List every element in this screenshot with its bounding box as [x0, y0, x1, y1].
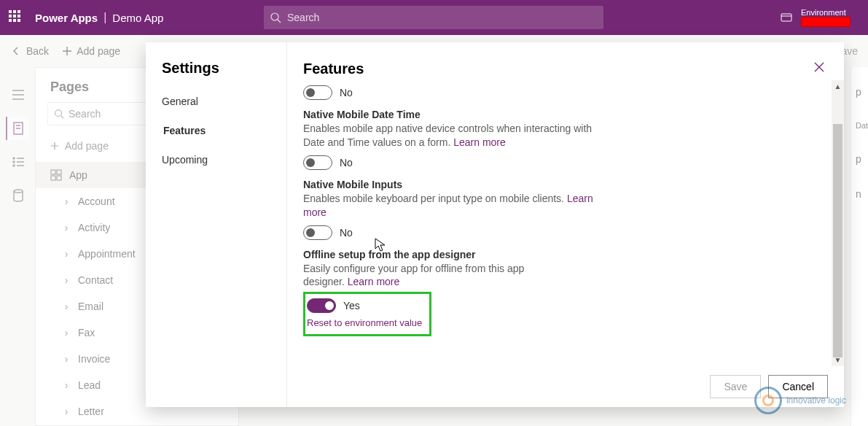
- svg-point-4: [13, 158, 15, 159]
- add-page-label: Add page: [77, 45, 120, 57]
- toggle-partial[interactable]: [303, 85, 332, 100]
- toggle-label: No: [340, 157, 353, 169]
- chevron-right-icon: ›: [62, 301, 71, 312]
- svg-rect-13: [57, 176, 61, 180]
- close-button[interactable]: [810, 58, 828, 80]
- settings-sidebar: Settings General Features Upcoming: [146, 42, 287, 407]
- plus-icon: [50, 142, 59, 150]
- highlight-annotation: Yes Reset to environment value: [303, 292, 431, 336]
- svg-point-5: [13, 161, 15, 163]
- back-arrow-icon: [10, 45, 22, 57]
- chevron-right-icon: ›: [62, 222, 71, 233]
- environment-name-redacted: [801, 17, 851, 27]
- tree-label: Appointment: [78, 248, 136, 260]
- search-icon: [270, 12, 281, 23]
- toggle-offline-setup[interactable]: [307, 298, 336, 313]
- settings-title: Settings: [146, 60, 286, 87]
- tree-app-label: App: [69, 169, 87, 181]
- back-label: Back: [26, 45, 49, 57]
- feature-native-inputs: Native Mobile Inputs Enables mobile keyb…: [303, 179, 828, 240]
- rail-pages-icon[interactable]: [6, 117, 29, 140]
- tree-label: Email: [78, 301, 103, 312]
- rail-navigation-icon[interactable]: [6, 150, 29, 174]
- chevron-right-icon: ›: [62, 353, 71, 365]
- tree-label: Letter: [78, 406, 104, 417]
- cursor-icon: [375, 238, 386, 252]
- right-panel-partial: p Data p n: [851, 67, 868, 426]
- pages-add-page-label: Add page: [65, 140, 109, 152]
- settings-modal: Settings General Features Upcoming Featu…: [146, 42, 844, 407]
- svg-point-8: [55, 110, 62, 117]
- watermark-ring-icon: [754, 387, 782, 414]
- environment-icon: [779, 10, 794, 25]
- features-heading: Features: [303, 61, 364, 77]
- chevron-right-icon: ›: [62, 327, 71, 338]
- svg-point-0: [271, 13, 278, 20]
- svg-rect-10: [51, 170, 55, 174]
- feature-desc: Enables mobile app native device control…: [303, 123, 592, 148]
- tree-label: Account: [78, 195, 115, 207]
- tree-label: Contact: [78, 274, 113, 286]
- back-button[interactable]: Back: [10, 45, 49, 57]
- svg-rect-12: [51, 176, 55, 180]
- tree-label: Fax: [78, 327, 95, 338]
- nav-upcoming[interactable]: Upcoming: [146, 145, 286, 174]
- search-icon: [54, 109, 64, 119]
- add-page-button[interactable]: Add page: [62, 45, 120, 57]
- app-name: Demo App: [112, 12, 163, 24]
- nav-general[interactable]: General: [146, 87, 286, 116]
- chevron-right-icon: ›: [62, 274, 71, 286]
- feature-native-datetime: Native Mobile Date Time Enables mobile a…: [303, 109, 828, 170]
- feature-title: Native Mobile Date Time: [303, 109, 828, 120]
- rail-hamburger-icon[interactable]: [6, 83, 29, 106]
- learn-more-link[interactable]: Learn more: [348, 276, 400, 287]
- close-icon: [813, 61, 825, 73]
- chevron-right-icon: ›: [62, 379, 71, 391]
- toggle-native-datetime[interactable]: [303, 155, 332, 170]
- settings-content: Features No Native Mobile Date Time Enab…: [287, 42, 844, 407]
- feature-offline-setup: Offline setup from the app designer Easi…: [303, 249, 828, 337]
- feature-title: Native Mobile Inputs: [303, 179, 828, 190]
- toggle-native-inputs[interactable]: [303, 225, 332, 240]
- save-button-label: Save: [724, 381, 747, 392]
- scroll-down-icon[interactable]: ▼: [832, 354, 844, 366]
- tree-label: Activity: [78, 222, 110, 233]
- brand-name: Power Apps: [35, 12, 98, 24]
- reset-environment-link[interactable]: Reset to environment value: [307, 317, 422, 328]
- svg-line-9: [61, 116, 64, 119]
- svg-point-7: [14, 190, 23, 193]
- toggle-partial-label: No: [340, 87, 353, 98]
- scroll-up-icon[interactable]: ▲: [832, 80, 844, 93]
- nav-features[interactable]: Features: [146, 116, 286, 145]
- global-search[interactable]: Search: [264, 6, 603, 29]
- pages-search-placeholder: Search: [69, 108, 101, 120]
- feature-partial-toggle-row: No: [303, 85, 828, 100]
- feature-desc: Easily configure your app for offline fr…: [303, 263, 524, 288]
- watermark-text: innovative logic: [786, 395, 846, 406]
- rail-data-icon[interactable]: [6, 184, 29, 207]
- features-scroll[interactable]: No Native Mobile Date Time Enables mobil…: [287, 85, 844, 366]
- svg-rect-2: [781, 14, 791, 21]
- toggle-label: No: [340, 227, 353, 239]
- svg-line-1: [278, 20, 281, 23]
- toggle-label: Yes: [343, 300, 360, 311]
- chevron-right-icon: ›: [62, 248, 71, 260]
- feature-desc: Enables mobile keyboard per input type o…: [303, 193, 567, 204]
- tree-label: Lead: [78, 379, 101, 391]
- environment-picker[interactable]: Environment: [779, 8, 851, 27]
- watermark-logo: innovative logic: [754, 387, 846, 414]
- chevron-right-icon: ›: [62, 195, 71, 207]
- tree-label: Invoice: [78, 353, 110, 365]
- brand-separator: |: [103, 11, 106, 24]
- search-placeholder: Search: [287, 12, 319, 23]
- chevron-right-icon: ›: [62, 406, 71, 417]
- app-launcher-icon[interactable]: [9, 10, 23, 25]
- scroll-thumb[interactable]: [833, 124, 842, 357]
- plus-icon: [62, 46, 72, 56]
- scrollbar[interactable]: ▲ ▼: [832, 80, 844, 366]
- learn-more-link[interactable]: Learn more: [453, 136, 506, 148]
- svg-point-6: [13, 165, 15, 166]
- left-rail: [0, 67, 35, 207]
- app-grid-icon: [50, 169, 62, 181]
- save-button[interactable]: Save: [710, 375, 761, 398]
